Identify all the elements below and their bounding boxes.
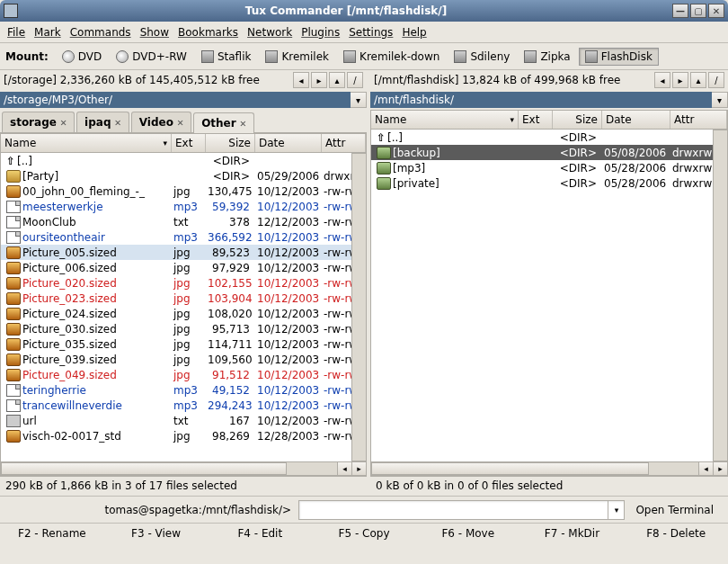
menu-bookmarks[interactable]: Bookmarks [178,26,238,39]
file-size: 114,711 [204,338,253,351]
left-path[interactable]: /storage/MP3/Other/ [0,92,351,108]
left-row[interactable]: Picture_049.sizedjpg91,51210/12/2003-rw-… [1,367,351,382]
tab-video[interactable]: Video✕ [131,112,191,132]
mount-dvd[interactable]: DVD [56,48,108,66]
right-row[interactable]: [private]<DIR>05/28/2006drwxrw [371,175,713,191]
file-size: 95,713 [204,323,253,336]
left-row[interactable]: Picture_020.sizedjpg102,15510/12/2003-rw… [1,275,351,291]
right-nav-up-button[interactable]: ▴ [690,72,706,88]
command-history-button[interactable]: ▾ [608,501,624,519]
menu-network[interactable]: Network [247,26,292,39]
left-row[interactable]: meesterwerkjemp359,39210/12/2003-rw-rw- [1,199,351,214]
right-col-attr[interactable]: Attr [670,111,727,129]
left-nav-fwd-button[interactable]: ▸ [311,72,327,88]
command-input[interactable] [299,501,608,519]
mount-flashdisk[interactable]: FlashDisk [579,48,659,66]
left-row[interactable]: ⇧[..]<DIR> [1,153,351,168]
right-nav-back-button[interactable]: ◂ [654,72,670,88]
left-row[interactable]: Picture_023.sizedjpg103,90410/12/2003-rw… [1,291,351,306]
file-name: oursiteontheair [22,231,105,244]
left-col-ext[interactable]: Ext [172,134,206,152]
mount-sdileny[interactable]: Sdileny [448,48,516,66]
right-col-date[interactable]: Date [602,111,670,129]
tab-close-icon[interactable]: ✕ [60,116,67,129]
left-row[interactable]: Picture_030.sizedjpg95,71310/12/2003-rw-… [1,321,351,336]
right-col-name[interactable]: Name▾ [371,111,519,129]
tab-ipaq[interactable]: ipaq✕ [76,112,129,132]
left-col-date[interactable]: Date [255,134,322,152]
left-row[interactable]: Picture_035.sizedjpg114,71110/12/2003-rw… [1,336,351,352]
right-row[interactable]: [mp3]<DIR>05/28/2006drwxrw [371,160,713,175]
tab-close-icon[interactable]: ✕ [115,116,121,129]
fkey-rename[interactable]: F2 - Rename [0,524,104,544]
left-row[interactable]: Picture_005.sizedjpg89,52310/12/2003-rw-… [1,245,351,260]
left-path-history-button[interactable]: ▾ [351,92,367,108]
tab-storage[interactable]: storage✕ [2,112,75,132]
right-nav-fwd-button[interactable]: ▸ [672,72,688,88]
left-file-list[interactable]: ⇧[..]<DIR>[Party]<DIR>05/29/2006drwxr-00… [0,153,352,461]
left-row[interactable]: visch-02-0017_stdjpg98,26912/28/2003-rw-… [1,428,351,443]
left-row[interactable]: oursiteontheairmp3366,59210/12/2003-rw-r… [1,229,351,245]
file-name: [backup] [393,147,440,159]
left-col-attr[interactable]: Attr [322,134,366,152]
fkey-copy[interactable]: F5 - Copy [312,524,416,544]
left-row[interactable]: Picture_024.sizedjpg108,02010/12/2003-rw… [1,306,351,321]
file-attr: -rw-rw- [320,308,351,320]
menu-mark[interactable]: Mark [34,26,61,39]
right-path[interactable]: /mnt/flashdisk/ [370,92,712,108]
open-terminal-button[interactable]: Open Terminal [628,501,721,519]
right-row[interactable]: [backup]<DIR>05/08/2006drwxrw [371,145,713,160]
right-file-list[interactable]: ⇧[..]<DIR>[backup]<DIR>05/08/2006drwxrw[… [370,130,714,461]
maximize-button[interactable]: ▢ [690,4,706,18]
close-button[interactable]: ✕ [708,4,724,18]
right-vscrollbar[interactable] [714,130,728,461]
right-nav-root-button[interactable]: / [708,72,724,88]
file-date: 10/12/2003 [253,231,320,244]
menubar: FileMarkCommandsShowBookmarksNetworkPlug… [0,22,728,43]
tab-close-icon[interactable]: ✕ [177,116,183,129]
menu-commands[interactable]: Commands [70,26,131,39]
fkey-move[interactable]: F6 - Move [416,524,520,544]
left-nav-back-button[interactable]: ◂ [293,72,309,88]
right-row[interactable]: ⇧[..]<DIR> [371,130,713,145]
left-col-name[interactable]: Name▾ [1,134,172,152]
minimize-button[interactable]: — [672,4,688,18]
fkey-mkdir[interactable]: F7 - MkDir [520,524,625,544]
right-col-size[interactable]: Size [553,111,602,129]
tab-other[interactable]: Other✕ [193,112,254,133]
mount-dvd-rw[interactable]: DVD+-RW [110,48,193,66]
document-icon [6,216,21,228]
menu-plugins[interactable]: Plugins [301,26,340,39]
fkey-delete[interactable]: F8 - Delete [624,524,728,544]
left-row[interactable]: MoonClubtxt37812/12/2003-rw-rw- [1,214,351,229]
menu-help[interactable]: Help [402,26,426,39]
left-row[interactable]: 00_john_00_fleming_-_jpg130,47510/12/200… [1,184,351,199]
left-nav-up-button[interactable]: ▴ [329,72,345,88]
menu-file[interactable]: File [7,26,25,39]
right-path-history-button[interactable]: ▾ [712,92,728,108]
menu-show[interactable]: Show [140,26,169,39]
right-hscrollbar[interactable]: ◂▸ [370,461,728,476]
file-date: 10/12/2003 [253,185,320,198]
left-row[interactable]: Picture_006.sizedjpg97,92910/12/2003-rw-… [1,260,351,275]
file-attr: -rw-rw- [320,338,351,351]
left-vscrollbar[interactable] [352,153,367,461]
mount-staflik[interactable]: Staflik [195,48,258,66]
left-row[interactable]: urltxt16710/12/2003-rw-rw- [1,413,351,428]
fkey-view[interactable]: F3 - View [104,524,209,544]
right-col-ext[interactable]: Ext [519,111,553,129]
mount-kremilek[interactable]: Kremilek [259,48,335,66]
left-row[interactable]: [Party]<DIR>05/29/2006drwxr- [1,168,351,184]
left-row[interactable]: Picture_039.sizedjpg109,56010/12/2003-rw… [1,352,351,367]
fkey-edit[interactable]: F4 - Edit [208,524,312,544]
menu-settings[interactable]: Settings [349,26,393,39]
mount-zipka[interactable]: Zipka [518,48,576,66]
tab-close-icon[interactable]: ✕ [240,117,246,130]
right-headers: Name▾ Ext Size Date Attr [370,110,728,130]
left-nav-root-button[interactable]: / [347,72,363,88]
left-col-size[interactable]: Size [206,134,255,152]
left-hscrollbar[interactable]: ◂▸ [0,461,367,476]
left-row[interactable]: teringherriemp349,15210/12/2003-rw-rw- [1,382,351,398]
mount-kremilek-down[interactable]: Kremilek-down [337,48,446,66]
left-row[interactable]: trancewillneverdiemp3294,24310/12/2003-r… [1,398,351,413]
